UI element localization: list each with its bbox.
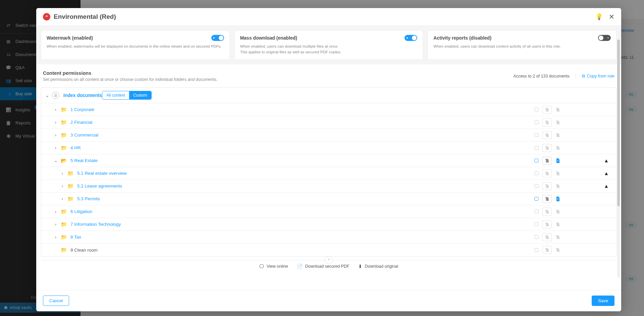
setting-title: Mass download (enabled) — [240, 35, 297, 41]
download-original-icon[interactable] — [553, 233, 562, 241]
download-pdf-icon[interactable] — [542, 144, 552, 152]
folder-label[interactable]: 9 Clean room — [70, 248, 98, 253]
legend-item: 🖵View online — [259, 264, 288, 269]
folder-icon: 📁 — [61, 132, 67, 138]
download-original-icon[interactable] — [553, 118, 562, 126]
view-online-icon[interactable]: 🖵 — [532, 118, 541, 126]
toggle-switch[interactable] — [405, 35, 417, 41]
tab-all-content[interactable]: All content — [102, 91, 129, 99]
tab-custom[interactable]: Custom — [129, 91, 151, 99]
toggle-switch[interactable] — [211, 35, 224, 41]
folder-label[interactable]: 7 Information Technology — [70, 222, 121, 227]
chevron-right-icon[interactable]: › — [59, 196, 66, 201]
download-pdf-icon[interactable] — [542, 220, 552, 228]
download-pdf-icon[interactable] — [542, 118, 552, 126]
setting-card: Mass download (enabled) When enabled, us… — [234, 31, 423, 60]
setting-card: Watermark (enabled) When enabled, waterm… — [41, 31, 230, 60]
chevron-right-icon[interactable]: › — [52, 133, 59, 138]
folder-label[interactable]: 8 Tax — [70, 234, 81, 240]
chevron-down-icon[interactable]: ⌄ — [52, 158, 59, 163]
view-online-icon[interactable]: 🖵 — [532, 220, 541, 228]
download-pdf-icon[interactable] — [542, 106, 552, 114]
download-pdf-icon[interactable] — [542, 131, 552, 139]
content-scope-toggle[interactable]: All content Custom — [102, 91, 151, 100]
setting-title: Watermark (enabled) — [47, 35, 93, 41]
chevron-right-icon[interactable]: › — [52, 107, 59, 112]
view-online-icon[interactable]: 🖵 — [532, 106, 541, 114]
view-online-icon[interactable]: 🖵 — [532, 233, 541, 241]
folder-icon: 📁 — [61, 145, 67, 151]
setting-description: When enabled, users can download content… — [433, 44, 611, 49]
download-original-icon[interactable] — [553, 131, 562, 139]
download-original-icon[interactable] — [553, 169, 562, 177]
download-original-icon[interactable] — [553, 157, 562, 165]
download-pdf-icon[interactable] — [542, 195, 552, 203]
modal-footer: Cancel Save — [36, 290, 621, 311]
modal-scrollbar[interactable] — [617, 40, 620, 278]
download-pdf-icon[interactable] — [542, 233, 552, 241]
permission-icons: 🖵 — [532, 208, 562, 216]
download-pdf-icon[interactable] — [542, 208, 552, 216]
download-pdf-icon[interactable] — [542, 169, 552, 177]
folder-label[interactable]: 6 Litigation — [70, 209, 92, 214]
index-documents-row: ⌄ ☰ Index documents All content Custom — [41, 88, 616, 103]
collapse-legend-button[interactable]: ⌃ — [325, 256, 333, 264]
folder-row: › 📁 7 Information Technology 🖵 — [41, 218, 616, 231]
chevron-right-icon[interactable]: › — [52, 234, 59, 240]
role-permissions-modal: Environmental (Red) 💡 ✕ Watermark (enabl… — [36, 8, 621, 311]
download-pdf-icon[interactable] — [542, 157, 552, 165]
lightbulb-icon[interactable]: 💡 — [595, 13, 603, 20]
folder-label[interactable]: 1 Corporate — [70, 107, 94, 112]
folder-label[interactable]: 4 HR — [70, 145, 81, 150]
folder-icon: 📁 — [61, 107, 67, 113]
close-icon[interactable]: ✕ — [609, 13, 614, 21]
cancel-button[interactable]: Cancel — [43, 296, 69, 306]
download-original-icon[interactable] — [553, 246, 562, 254]
download-original-icon[interactable] — [553, 195, 562, 203]
save-button[interactable]: Save — [592, 296, 614, 306]
folder-label[interactable]: 3 Commercial — [70, 133, 98, 138]
chevron-right-icon[interactable]: › — [52, 209, 59, 214]
view-online-icon[interactable]: 🖵 — [532, 182, 541, 190]
download-original-icon[interactable] — [553, 220, 562, 228]
view-online-icon[interactable]: 🖵 — [532, 208, 541, 216]
view-online-icon[interactable]: 🖵 — [532, 195, 541, 203]
folder-label[interactable]: 5.1 Real estate overview — [77, 171, 127, 176]
toggle-switch[interactable] — [598, 35, 611, 41]
download-original-icon[interactable] — [553, 144, 562, 152]
folder-label[interactable]: 2 Financial — [70, 120, 92, 125]
index-label[interactable]: Index documents — [63, 93, 102, 98]
view-online-icon[interactable]: 🖵 — [532, 144, 541, 152]
folder-row: › 📁 5.1 Real estate overview 🖵 ▲ — [41, 167, 616, 180]
chevron-right-icon[interactable]: › — [59, 171, 66, 176]
download-original-icon[interactable] — [553, 208, 562, 216]
folder-label[interactable]: 5.3 Permits — [77, 196, 100, 201]
chevron-right-icon[interactable]: › — [59, 183, 66, 189]
chevron-right-icon[interactable]: › — [52, 120, 59, 125]
permission-icons: 🖵 — [532, 169, 562, 177]
folder-label[interactable]: 5 Real Estate — [70, 158, 98, 163]
permission-icons: 🖵 — [532, 246, 562, 254]
download-pdf-icon[interactable] — [542, 182, 552, 190]
legend-icon: 🖵 — [259, 264, 264, 269]
chevron-right-icon[interactable]: › — [52, 222, 59, 227]
legend-icon: 📄 — [297, 264, 303, 269]
setting-description: When enabled, watermarks will be display… — [47, 44, 224, 49]
legend-icon: ⬇ — [358, 264, 362, 269]
folder-label[interactable]: 5.2 Lease agreements — [77, 183, 122, 189]
folder-icon: 📁 — [61, 119, 67, 125]
download-original-icon[interactable] — [553, 106, 562, 114]
chevron-right-icon[interactable]: › — [52, 145, 59, 150]
view-online-icon[interactable]: 🖵 — [532, 157, 541, 165]
permission-icons: 🖵 — [532, 182, 562, 190]
view-online-icon[interactable]: 🖵 — [532, 169, 541, 177]
download-original-icon[interactable] — [553, 182, 562, 190]
warning-icon: ▲ — [604, 183, 609, 189]
view-online-icon[interactable]: 🖵 — [532, 131, 541, 139]
view-online-icon[interactable]: 🖵 — [532, 246, 541, 254]
download-pdf-icon[interactable] — [542, 246, 552, 254]
chevron-down-icon[interactable]: ⌄ — [45, 93, 49, 98]
copy-from-role-button[interactable]: ⧉ Copy from role — [576, 74, 614, 79]
folder-row: › 📁 8 Tax 🖵 — [41, 231, 616, 244]
settings-row: Watermark (enabled) When enabled, waterm… — [36, 26, 621, 64]
